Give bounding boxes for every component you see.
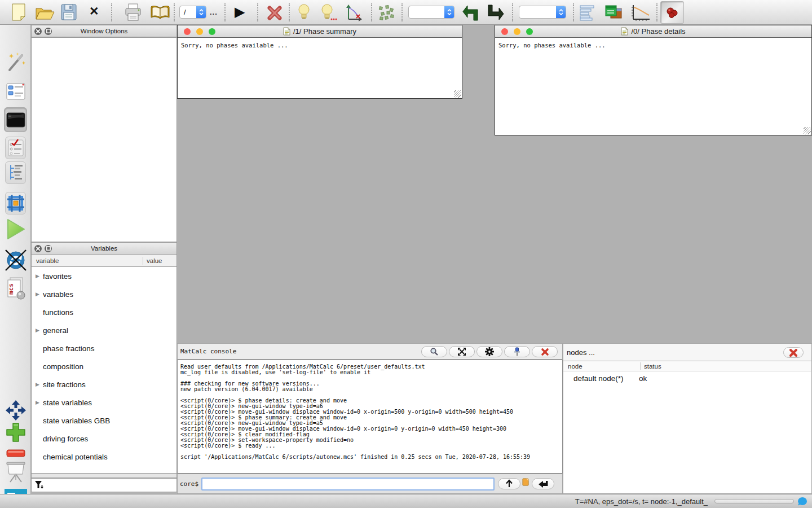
execute-command-button[interactable] <box>532 478 554 489</box>
tree-item-variables[interactable]: ▶variables <box>32 285 176 303</box>
phase-details-content: Sorry, no phases available ... <box>495 38 811 135</box>
tree-item-functions[interactable]: functions <box>32 303 176 321</box>
nodes-title: nodes ... <box>567 348 595 357</box>
run-script-button[interactable] <box>0 218 31 240</box>
add-button[interactable] <box>0 422 31 443</box>
remove-button[interactable] <box>0 448 31 458</box>
nodes-close-button[interactable] <box>783 347 804 358</box>
window-options-button[interactable] <box>0 81 31 100</box>
tree-item-phase-fractions[interactable]: phase fractions <box>32 339 176 357</box>
column-variable[interactable]: variable <box>32 257 143 264</box>
resize-grip[interactable] <box>454 90 461 98</box>
tree-item-general[interactable]: ▶general <box>32 321 176 339</box>
expand-arrow-icon[interactable]: ▶ <box>36 327 42 333</box>
nodes-table: default node(*) ok <box>563 371 812 494</box>
wizard-button[interactable] <box>0 52 31 73</box>
red-x-icon <box>541 348 549 356</box>
print-button[interactable] <box>124 3 142 21</box>
phase-diagram-button[interactable] <box>345 3 363 21</box>
redo-state-button[interactable] <box>486 5 504 21</box>
show-plots-button[interactable] <box>629 4 651 21</box>
search-icon <box>430 347 439 356</box>
zoom-traffic-light[interactable] <box>526 28 533 35</box>
zoom-traffic-light[interactable] <box>209 28 215 35</box>
float-panel-button[interactable] <box>45 245 52 252</box>
history-up-button[interactable] <box>498 478 520 489</box>
redo-arrow-icon <box>486 5 504 21</box>
expand-arrow-icon[interactable]: ▶ <box>36 400 42 405</box>
buffer-select-dropdown[interactable]: / <box>179 6 206 19</box>
script-file-button[interactable]: mcs <box>0 277 31 300</box>
plot-curve-icon <box>629 4 651 21</box>
close-panel-button[interactable] <box>34 28 42 35</box>
phase-details-titlebar[interactable]: /0/ Phase details <box>495 25 811 38</box>
variables-filter-row[interactable] <box>31 478 177 492</box>
minimize-traffic-light[interactable] <box>514 28 520 35</box>
show-windows-button[interactable] <box>604 5 623 21</box>
close-traffic-light[interactable] <box>184 28 191 35</box>
tree-item-chemical-potentials[interactable]: chemical potentials <box>32 448 176 466</box>
phase-summary-titlebar[interactable]: /1/ Phase summary <box>178 25 462 38</box>
undo-state-button[interactable] <box>462 5 479 21</box>
console-log[interactable]: Read user defaults from /Applications/Ma… <box>177 360 563 474</box>
node-row[interactable]: default node(*) ok <box>563 371 811 385</box>
column-status[interactable]: status <box>641 363 661 370</box>
float-panel-button[interactable] <box>45 28 52 35</box>
status-progress-bar <box>714 499 794 503</box>
monte-carlo-button[interactable] <box>378 5 395 21</box>
close-panel-button[interactable] <box>34 245 42 252</box>
toolbar-separator <box>401 3 403 21</box>
show-precipitates-button[interactable] <box>660 1 684 24</box>
help-button[interactable] <box>150 5 170 20</box>
equilibrium-button[interactable] <box>297 3 311 21</box>
presentation-button[interactable] <box>0 461 31 485</box>
panel-title: Variables <box>52 245 156 252</box>
console-pin-button[interactable] <box>504 346 530 357</box>
tree-item-state-variables-gbb[interactable]: state variables GBB <box>32 411 176 430</box>
state-select-dropdown[interactable] <box>519 6 566 19</box>
toolbar-separator <box>257 3 258 21</box>
toolbar-separator <box>224 3 226 21</box>
expand-arrow-icon[interactable]: ▶ <box>36 291 42 297</box>
global-refresh-disabled-button[interactable] <box>0 248 31 272</box>
tree-item-driving-forces[interactable]: driving forces <box>32 430 176 448</box>
close-workspace-button[interactable]: ✕ <box>89 5 99 17</box>
expand-arrow-icon[interactable]: ▶ <box>36 382 42 387</box>
tree-item-favorites[interactable]: ▶favorites <box>32 267 176 285</box>
open-workspace-button[interactable] <box>35 5 55 20</box>
console-close-button[interactable] <box>532 346 558 357</box>
console-panel-button[interactable]: mc <box>4 107 27 132</box>
column-node[interactable]: node <box>563 363 640 370</box>
tree-item-state-variables[interactable]: ▶state variables <box>32 393 176 411</box>
console-input[interactable] <box>201 478 495 491</box>
move-window-button[interactable] <box>0 400 31 421</box>
save-workspace-button[interactable] <box>61 4 77 20</box>
run-calculation-button[interactable]: ▶ <box>235 5 245 19</box>
column-value[interactable]: value <box>143 257 162 264</box>
chat-bubble-icon[interactable] <box>797 497 807 506</box>
minimize-traffic-light[interactable] <box>196 28 203 35</box>
tree-item-site-fractions[interactable]: ▶site fractions <box>32 375 176 393</box>
stop-calculation-button[interactable] <box>266 5 283 21</box>
tree-view-button[interactable] <box>5 161 26 184</box>
close-x-icon: ✕ <box>89 5 99 17</box>
more-buffers-button[interactable]: ... <box>210 8 218 16</box>
resize-grip[interactable] <box>804 127 811 134</box>
expand-arrow-icon[interactable]: ▶ <box>36 273 42 279</box>
console-input-row: core$ <box>177 474 563 494</box>
window-options-body <box>31 37 177 242</box>
console-search-button[interactable] <box>421 346 447 357</box>
console-settings-button[interactable] <box>476 346 502 357</box>
new-workspace-button[interactable] <box>11 3 26 21</box>
close-traffic-light[interactable] <box>501 28 508 35</box>
stepped-equilibrium-button[interactable] <box>320 3 337 21</box>
tree-item-composition[interactable]: composition <box>32 357 176 375</box>
frame-tool-button[interactable] <box>5 192 26 214</box>
history-back-dropdown[interactable] <box>408 6 454 19</box>
close-icon <box>36 29 40 33</box>
console-expand-button[interactable] <box>449 346 475 357</box>
lightbulb-icon <box>297 3 311 21</box>
tasks-button[interactable] <box>5 137 26 159</box>
show-console-button[interactable] <box>580 5 597 21</box>
console-header: MatCalc console <box>177 343 563 360</box>
